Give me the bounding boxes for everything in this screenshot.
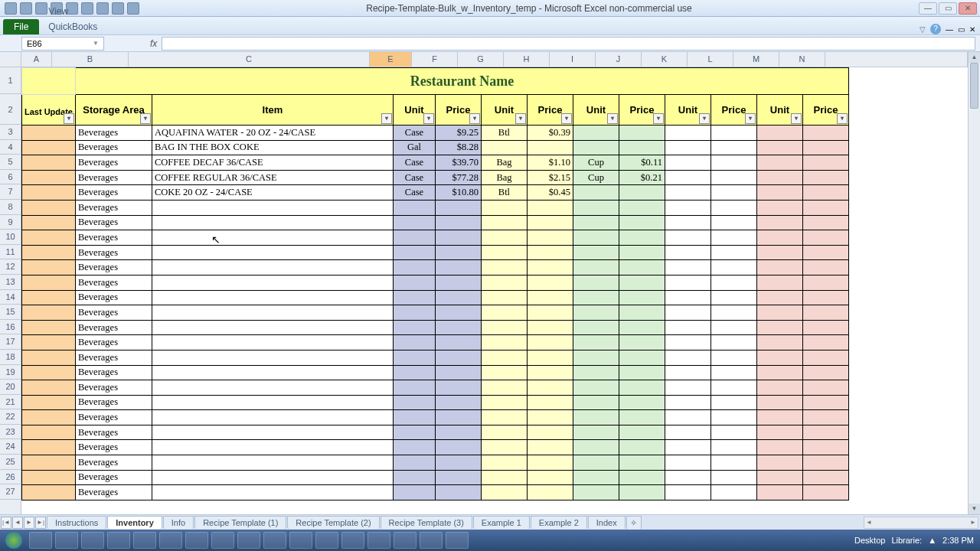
cell[interactable]: AQUAFINA WATER - 20 OZ - 24/CASE bbox=[152, 126, 393, 141]
cell[interactable] bbox=[573, 230, 619, 246]
cell[interactable]: Beverages bbox=[75, 410, 152, 425]
cell[interactable] bbox=[152, 275, 393, 290]
cell[interactable] bbox=[481, 380, 527, 396]
taskbar-chrome-icon[interactable] bbox=[289, 532, 312, 549]
cell[interactable] bbox=[152, 410, 393, 425]
cell[interactable] bbox=[573, 185, 619, 201]
cell[interactable] bbox=[435, 335, 481, 350]
cell[interactable] bbox=[756, 155, 802, 171]
cell[interactable] bbox=[435, 455, 481, 471]
cell[interactable] bbox=[802, 185, 848, 201]
cell[interactable] bbox=[756, 275, 802, 290]
cell[interactable] bbox=[527, 485, 573, 500]
cell[interactable] bbox=[619, 380, 665, 396]
cell[interactable] bbox=[152, 395, 393, 410]
cell[interactable] bbox=[802, 485, 848, 500]
cell[interactable]: Bag bbox=[481, 170, 527, 185]
col-header-N[interactable]: N bbox=[779, 52, 825, 67]
cell[interactable] bbox=[22, 126, 76, 141]
cell[interactable] bbox=[665, 440, 710, 455]
cell[interactable] bbox=[435, 380, 481, 396]
cell[interactable] bbox=[573, 380, 619, 396]
cell[interactable] bbox=[710, 126, 756, 141]
row-header-26[interactable]: 26 bbox=[0, 470, 21, 485]
fx-icon[interactable]: fx bbox=[150, 38, 157, 49]
cell[interactable] bbox=[22, 425, 76, 440]
cell[interactable] bbox=[527, 395, 573, 410]
cell[interactable] bbox=[756, 126, 802, 141]
row-header-14[interactable]: 14 bbox=[0, 290, 21, 305]
cell[interactable] bbox=[22, 455, 76, 471]
sheet-tab-inventory[interactable]: Inventory bbox=[107, 516, 162, 529]
cell[interactable]: Case bbox=[393, 155, 435, 171]
tab-nav-prev[interactable]: ◄ bbox=[12, 517, 23, 529]
cell[interactable] bbox=[665, 320, 710, 335]
cell[interactable] bbox=[393, 380, 435, 396]
cell[interactable] bbox=[527, 305, 573, 321]
restaurant-name-title[interactable]: Restaurant Name bbox=[75, 68, 848, 95]
cell[interactable]: $39.70 bbox=[435, 155, 481, 171]
cell[interactable] bbox=[802, 140, 848, 155]
cell[interactable] bbox=[481, 470, 527, 485]
cell[interactable] bbox=[802, 245, 848, 260]
cell[interactable] bbox=[435, 410, 481, 425]
cell[interactable] bbox=[481, 440, 527, 455]
col-header-H[interactable]: H bbox=[504, 52, 550, 67]
cell[interactable] bbox=[619, 320, 665, 335]
cell[interactable] bbox=[756, 290, 802, 305]
taskbar-app-icon[interactable] bbox=[446, 532, 469, 549]
cell[interactable] bbox=[665, 200, 710, 215]
header-unit[interactable]: Unit▾ bbox=[665, 95, 710, 126]
cell[interactable] bbox=[710, 380, 756, 396]
header-price[interactable]: Price▾ bbox=[619, 95, 665, 126]
cell[interactable] bbox=[481, 140, 527, 155]
cell[interactable] bbox=[802, 126, 848, 141]
cell[interactable] bbox=[22, 440, 76, 455]
cell[interactable] bbox=[481, 305, 527, 321]
cell[interactable] bbox=[393, 335, 435, 350]
cell[interactable] bbox=[665, 185, 710, 201]
cell[interactable] bbox=[527, 440, 573, 455]
taskbar-app-icon[interactable] bbox=[237, 532, 260, 549]
cell[interactable] bbox=[619, 440, 665, 455]
cell[interactable] bbox=[802, 290, 848, 305]
cell[interactable] bbox=[619, 290, 665, 305]
cell[interactable] bbox=[619, 395, 665, 410]
cell[interactable] bbox=[527, 200, 573, 215]
cell[interactable] bbox=[665, 380, 710, 396]
cell[interactable] bbox=[152, 425, 393, 440]
cell[interactable] bbox=[481, 200, 527, 215]
cell[interactable]: Cup bbox=[573, 170, 619, 185]
cell[interactable] bbox=[573, 275, 619, 290]
row-header-21[interactable]: 21 bbox=[0, 395, 21, 410]
cell[interactable] bbox=[152, 230, 393, 246]
row-header-11[interactable]: 11 bbox=[0, 245, 21, 260]
row-header-17[interactable]: 17 bbox=[0, 334, 21, 350]
sheet-tab-recipe-template-1-[interactable]: Recipe Template (1) bbox=[194, 516, 286, 529]
cell[interactable] bbox=[710, 245, 756, 260]
taskbar-word-icon[interactable] bbox=[211, 532, 234, 549]
header-unit[interactable]: Unit▾ bbox=[393, 95, 435, 126]
cell[interactable] bbox=[665, 335, 710, 350]
cell[interactable]: Beverages bbox=[75, 260, 152, 276]
cell[interactable] bbox=[527, 410, 573, 425]
cell[interactable] bbox=[22, 200, 76, 215]
cell[interactable] bbox=[22, 365, 76, 380]
col-header-B[interactable]: B bbox=[52, 52, 129, 67]
cell[interactable]: Bag bbox=[481, 155, 527, 171]
sheet-tab-example-2[interactable]: Example 2 bbox=[531, 516, 587, 529]
cell[interactable] bbox=[619, 425, 665, 440]
cell[interactable] bbox=[393, 275, 435, 290]
cell[interactable]: Case bbox=[393, 170, 435, 185]
cell[interactable] bbox=[22, 185, 76, 201]
cell[interactable] bbox=[619, 200, 665, 215]
minimize-button[interactable]: — bbox=[919, 2, 937, 15]
header-last-update[interactable]: Last Update▾ bbox=[22, 95, 76, 126]
row-header-1[interactable]: 1 bbox=[0, 67, 21, 94]
cell[interactable]: $0.45 bbox=[527, 185, 573, 201]
row-header-12[interactable]: 12 bbox=[0, 259, 21, 275]
cell[interactable] bbox=[152, 470, 393, 485]
cell[interactable] bbox=[573, 215, 619, 230]
start-button[interactable] bbox=[0, 530, 28, 551]
cell[interactable] bbox=[527, 365, 573, 380]
